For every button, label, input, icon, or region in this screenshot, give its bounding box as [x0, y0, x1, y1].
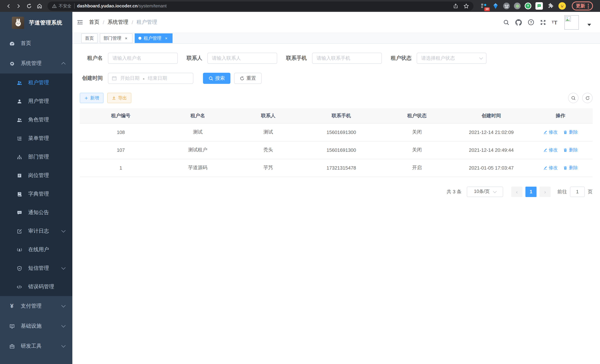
cell-actions: 修改 删除	[528, 141, 593, 159]
current-page[interactable]: 1	[525, 187, 536, 197]
tag-dept[interactable]: 部门管理 ×	[100, 33, 132, 43]
tag-home[interactable]: 首页	[81, 33, 98, 43]
browser-update-button[interactable]: 更新	[572, 1, 593, 10]
font-size-icon[interactable]: TT	[552, 19, 557, 25]
tenant-name-input[interactable]: 请输入租户名	[108, 53, 178, 64]
delete-link[interactable]: 删除	[563, 147, 578, 153]
security-indicator[interactable]: 不安全	[52, 3, 71, 9]
sidebar: 芋道管理系统 首页 系统管理 租户管理	[0, 12, 72, 364]
sidebar-item-label: 租户管理	[28, 79, 49, 86]
sidebar-item-label: 短信管理	[28, 265, 49, 272]
fullscreen-icon[interactable]	[540, 19, 546, 25]
close-icon[interactable]: ×	[123, 36, 129, 41]
url-path: /system/tenant	[138, 3, 167, 9]
trash-icon	[563, 130, 568, 134]
sidebar-item-system[interactable]: 系统管理	[0, 53, 72, 74]
extension-badge: 10	[484, 7, 490, 11]
goto-page-input[interactable]: 1	[570, 187, 585, 197]
sidebar-item-home[interactable]: 首页	[0, 33, 72, 53]
svg-text:?: ?	[530, 20, 532, 24]
sidebar-item-online-user[interactable]: 在线用户	[0, 241, 72, 259]
sidebar-toggle-icon[interactable]	[77, 19, 83, 25]
breadcrumb-home[interactable]: 首页	[89, 19, 99, 26]
delete-link[interactable]: 删除	[563, 165, 578, 171]
sidebar-item-pay[interactable]: ¥ 支付管理	[0, 296, 72, 316]
filter-label: 租户状态	[391, 55, 412, 62]
add-button[interactable]: 新增	[80, 93, 103, 103]
sidebar-item-label: 首页	[21, 40, 31, 47]
monitor-icon	[7, 323, 16, 329]
sidebar-item-notice[interactable]: 通知公告	[0, 203, 72, 222]
edit-link[interactable]: 修改	[543, 147, 558, 153]
extension-chat-icon[interactable]	[535, 2, 543, 10]
contact-input[interactable]: 请输入联系人	[207, 53, 277, 64]
browser-menu-icon[interactable]	[588, 3, 589, 8]
sidebar-item-dict[interactable]: 字典管理	[0, 185, 72, 203]
edit-link[interactable]: 修改	[543, 165, 558, 171]
avatar-caret-icon[interactable]	[587, 24, 591, 26]
cell-id: 108	[80, 123, 162, 141]
prev-page-button[interactable]: ‹	[511, 187, 523, 197]
avatar[interactable]	[564, 15, 579, 29]
address-bar[interactable]: 不安全 dashboard.yudao.iocoder.cn/system/te…	[47, 1, 473, 10]
cell-name: 测试租户	[162, 141, 234, 159]
reload-icon[interactable]	[25, 1, 33, 10]
sidebar-item-menu[interactable]: 菜单管理	[0, 129, 72, 148]
sidebar-item-label: 系统管理	[21, 60, 42, 67]
extensions-area: 10 Y	[480, 2, 566, 10]
extension-record-icon[interactable]	[514, 3, 521, 9]
github-icon[interactable]	[515, 19, 522, 26]
edit-link[interactable]: 修改	[543, 129, 558, 135]
share-icon[interactable]	[453, 3, 458, 9]
url-host: dashboard.yudao.iocoder.cn	[77, 3, 138, 9]
extension-kite-icon[interactable]	[492, 2, 499, 10]
status-select[interactable]: 请选择租户状态	[417, 53, 487, 64]
sidebar-item-dept[interactable]: 部门管理	[0, 148, 72, 166]
search-icon	[208, 76, 213, 81]
refresh-table-button[interactable]	[582, 93, 593, 103]
tree-table-icon	[15, 136, 24, 141]
mobile-input[interactable]: 请输入联系手机	[312, 53, 382, 64]
next-page-button[interactable]: ›	[540, 187, 551, 197]
home-icon[interactable]	[35, 1, 44, 10]
extension-yudao-icon[interactable]: Y	[525, 3, 531, 9]
url-text[interactable]: dashboard.yudao.iocoder.cn/system/tenant	[77, 3, 167, 9]
filter-label: 创建时间	[80, 75, 103, 82]
delete-link[interactable]: 删除	[563, 129, 578, 135]
breadcrumb-system[interactable]: 系统管理	[108, 19, 128, 26]
table-row: 107 测试租户 秃头 15601691300 关闭 2021-12-14 20…	[80, 141, 593, 159]
extensions-puzzle-icon[interactable]	[547, 2, 554, 10]
extension-command-icon[interactable]	[503, 3, 510, 9]
search-icon[interactable]	[503, 19, 509, 25]
sidebar-item-infra[interactable]: 基础设施	[0, 316, 72, 336]
page-size-select[interactable]: 10条/页	[467, 187, 503, 197]
profile-avatar-icon[interactable]	[558, 2, 566, 10]
sidebar-item-role[interactable]: 角色管理	[0, 111, 72, 129]
tag-tenant[interactable]: 租户管理 ×	[135, 33, 173, 43]
breadcrumb: 首页 / 系统管理 / 租户管理	[89, 19, 157, 26]
sidebar-item-devtools[interactable]: 研发工具	[0, 336, 72, 356]
reset-button[interactable]: 重置	[234, 73, 262, 84]
back-icon[interactable]	[4, 1, 13, 10]
export-button[interactable]: 导出	[107, 93, 131, 103]
sidebar-item-tenant[interactable]: 租户管理	[0, 74, 72, 92]
plus-icon	[84, 96, 88, 100]
extension-grid-icon[interactable]: 10	[480, 2, 488, 10]
sidebar-item-label: 用户管理	[28, 98, 49, 105]
sidebar-item-error-code[interactable]: 错误码管理	[0, 278, 72, 296]
sidebar-item-audit-log[interactable]: 审计日志	[0, 222, 72, 241]
sidebar-item-post[interactable]: 岗位管理	[0, 166, 72, 185]
sidebar-item-sms[interactable]: 短信管理	[0, 259, 72, 278]
search-button[interactable]: 搜索	[203, 73, 230, 84]
bookmark-star-icon[interactable]	[463, 3, 469, 9]
sidebar-item-user[interactable]: 用户管理	[0, 92, 72, 111]
help-icon[interactable]: ?	[527, 19, 534, 26]
date-range-picker[interactable]: 开始日期 - 结束日期	[108, 73, 193, 84]
close-icon[interactable]: ×	[164, 36, 169, 41]
column-header-created: 创建时间	[454, 108, 529, 123]
forward-icon[interactable]	[14, 1, 23, 10]
show-search-button[interactable]	[568, 93, 579, 103]
goto-label: 前往	[557, 188, 567, 195]
sidebar-item-label: 基础设施	[21, 323, 42, 329]
app-logo-row[interactable]: 芋道管理系统	[0, 12, 72, 33]
